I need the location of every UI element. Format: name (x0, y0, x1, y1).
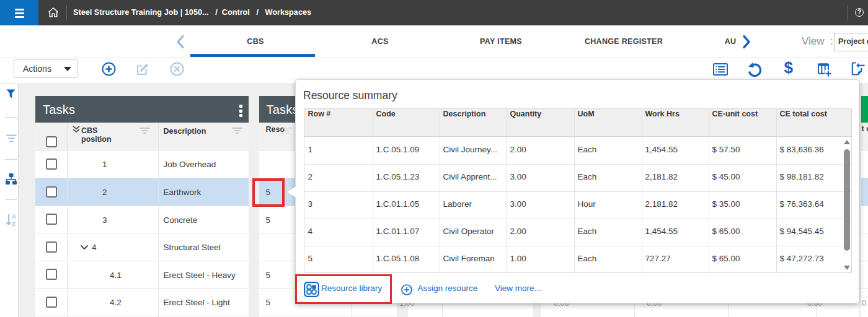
svg-text:A: A (12, 213, 16, 220)
svg-text:Z: Z (12, 220, 16, 227)
